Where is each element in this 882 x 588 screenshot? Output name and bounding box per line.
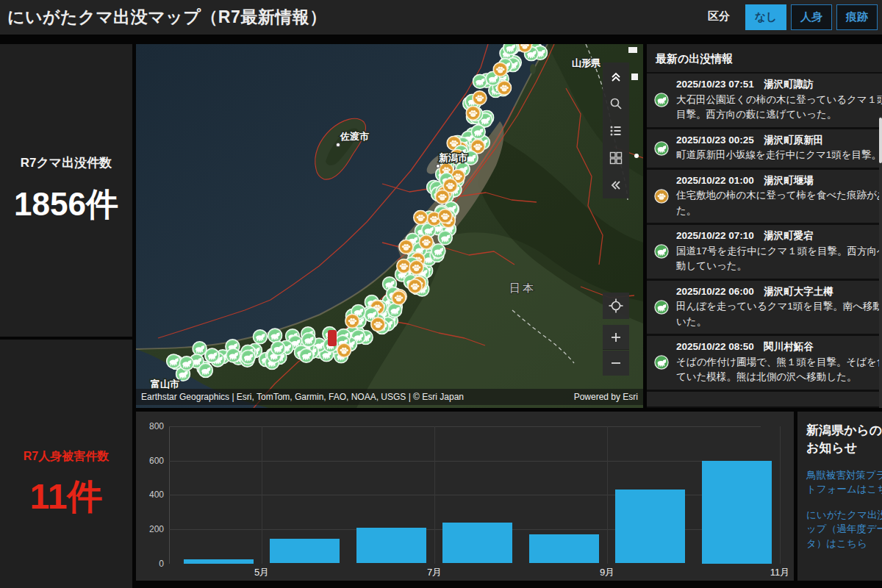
- filter-button-1[interactable]: 人身: [791, 4, 832, 30]
- edge-dot: [634, 154, 639, 158]
- monthly-sightings-chart: 02004006008005月7月9月11月: [136, 412, 794, 581]
- filter-button-0[interactable]: なし: [745, 4, 786, 30]
- notice-title: 新潟県からのお知らせ: [806, 422, 882, 457]
- feed-item[interactable]: 2025/10/22 08:50 関川村鮖谷そばの作付け圃場で、熊１頭を目撃。そ…: [647, 336, 882, 390]
- paw-marker[interactable]: [345, 314, 359, 328]
- bear-marker[interactable]: [438, 231, 452, 245]
- map-svg: 佐渡市 新潟市 山形県 日本 富山市: [136, 44, 643, 408]
- edge-marker: [628, 47, 637, 53]
- gridline-vertical: [607, 426, 608, 564]
- gridline-vertical: [780, 426, 781, 564]
- paw-marker[interactable]: [408, 279, 422, 293]
- bear-marker[interactable]: [167, 354, 181, 368]
- bar-10月[interactable]: [702, 461, 772, 564]
- alert-marker[interactable]: [328, 330, 337, 346]
- paw-marker[interactable]: [371, 318, 385, 331]
- latest-sightings-panel: 最新の出没情報 2025/10/23 07:51 湯沢町諏訪大石田公園近くの柿の…: [647, 44, 882, 408]
- bear-marker[interactable]: [205, 348, 219, 362]
- bear-marker[interactable]: [431, 244, 445, 258]
- bar-8月[interactable]: [529, 534, 599, 564]
- feed-item[interactable]: 2025/10/22 07:10 湯沢町愛宕国道17号を走行中にクマ１頭を目撃。…: [647, 225, 882, 279]
- paw-marker[interactable]: [397, 259, 411, 273]
- bar-6月[interactable]: [356, 528, 426, 564]
- feed-item-description: 田んぼを走っているクマ1頭を目撃。南へ移動していた。: [676, 299, 882, 329]
- paw-marker[interactable]: [414, 210, 428, 224]
- zoom-out-icon: [608, 355, 624, 371]
- map-label-sado: 佐渡市: [340, 131, 369, 142]
- bar-9月[interactable]: [615, 490, 685, 563]
- filter-button-group: なし人身痕跡: [745, 4, 878, 30]
- paw-marker[interactable]: [473, 91, 487, 105]
- paw-marker[interactable]: [399, 240, 413, 254]
- injuries-stat-panel: R7人身被害件数 11件: [0, 340, 132, 588]
- paw-marker[interactable]: [466, 106, 480, 120]
- legend-icon[interactable]: [608, 123, 624, 139]
- chevrons-left-icon[interactable]: [608, 177, 624, 193]
- filter-button-2[interactable]: 痕跡: [836, 4, 878, 30]
- bear-marker[interactable]: [473, 74, 487, 88]
- x-tick-label: 5月: [240, 566, 284, 579]
- y-tick-label: 400: [136, 490, 164, 500]
- feed-item-datetime: 2025/10/23 07:51 湯沢町諏訪: [676, 77, 882, 93]
- feed-item-partial[interactable]: [647, 392, 882, 406]
- paw-marker[interactable]: [419, 235, 433, 249]
- gridline: [169, 426, 761, 427]
- feed-scrollbar-thumb[interactable]: [879, 118, 882, 163]
- bear-marker[interactable]: [503, 44, 517, 54]
- filter-label: 区分: [708, 10, 730, 24]
- x-tick-label: 11月: [758, 566, 794, 579]
- paw-marker[interactable]: [435, 190, 449, 204]
- edge-marker: [631, 74, 638, 80]
- locate-icon: [608, 298, 624, 314]
- paw-marker[interactable]: [438, 209, 452, 223]
- bar-5月[interactable]: [270, 539, 340, 564]
- bear-marker[interactable]: [193, 342, 207, 356]
- bear-marker-icon: [654, 244, 669, 259]
- paw-marker[interactable]: [337, 343, 351, 357]
- map-toolbar: [603, 62, 629, 198]
- feed-item[interactable]: 2025/10/23 00:25 湯沢町原新田町道原新田小坂線を走行中にクマ1頭…: [647, 129, 882, 168]
- bear-marker[interactable]: [179, 356, 193, 370]
- feed-item-datetime: 2025/10/22 07:10 湯沢町愛宕: [676, 229, 882, 244]
- y-tick-label: 600: [136, 456, 164, 466]
- page-title: にいがたクマ出没マップ（R7最新情報）: [7, 6, 327, 29]
- paw-marker[interactable]: [498, 81, 512, 95]
- injuries-value: 11件: [24, 473, 109, 520]
- zoom-in-button[interactable]: [603, 325, 629, 350]
- notice-link-1[interactable]: にいがたクマ出没マップ（過年度データ）はこちら: [806, 508, 882, 551]
- bear-marker-icon: [654, 355, 669, 370]
- notice-link-0[interactable]: 鳥獣被害対策プラットフォームはこちら: [806, 468, 882, 497]
- basemap-gallery-icon[interactable]: [608, 150, 624, 166]
- bear-marker[interactable]: [226, 348, 240, 362]
- locate-button[interactable]: [603, 293, 629, 319]
- feed-item[interactable]: 2025/10/23 07:51 湯沢町諏訪大石田公園近くの柿の木に登っているク…: [647, 74, 882, 127]
- map-attribution: Earthstar Geographics | Esri, TomTom, Ga…: [141, 392, 464, 402]
- zoom-out-button[interactable]: [603, 351, 629, 376]
- bear-marker[interactable]: [471, 125, 485, 139]
- feed-item[interactable]: 2025/10/22 01:00 湯沢町堰場住宅敷地の柿の木に登って柿を食べた痕…: [647, 170, 882, 223]
- map-label-yamagata: 山形県: [572, 57, 600, 68]
- bear-marker-icon: [654, 93, 669, 107]
- sightings-label: R7クマ出没件数: [14, 154, 118, 171]
- search-icon[interactable]: [608, 96, 624, 112]
- city-dot-niigata: [436, 164, 440, 168]
- chevrons-up-icon[interactable]: [608, 68, 624, 85]
- bear-marker[interactable]: [253, 330, 267, 344]
- bear-marker[interactable]: [301, 333, 315, 347]
- feed-item[interactable]: 2025/10/22 06:00 湯沢町大字土樽田んぼを走っているクマ1頭を目撃…: [647, 281, 882, 334]
- paw-marker[interactable]: [493, 62, 507, 76]
- y-tick-label: 800: [136, 421, 164, 431]
- bar-7月[interactable]: [442, 523, 512, 564]
- paw-marker[interactable]: [392, 291, 406, 305]
- feed-item-datetime: 2025/10/22 08:50 関川村鮖谷: [676, 340, 882, 355]
- bar-4月[interactable]: [184, 559, 254, 564]
- feed-item-description: 住宅敷地の柿の木に登って柿を食べた痕跡があった。: [676, 188, 882, 218]
- map-canvas[interactable]: 佐渡市 新潟市 山形県 日本 富山市: [136, 44, 643, 408]
- bear-marker[interactable]: [271, 341, 285, 355]
- bear-marker-icon: [654, 300, 669, 315]
- bear-marker[interactable]: [268, 329, 282, 343]
- paw-marker[interactable]: [409, 260, 423, 274]
- bear-marker[interactable]: [241, 350, 255, 364]
- bear-marker[interactable]: [198, 363, 212, 377]
- bear-marker[interactable]: [299, 348, 313, 362]
